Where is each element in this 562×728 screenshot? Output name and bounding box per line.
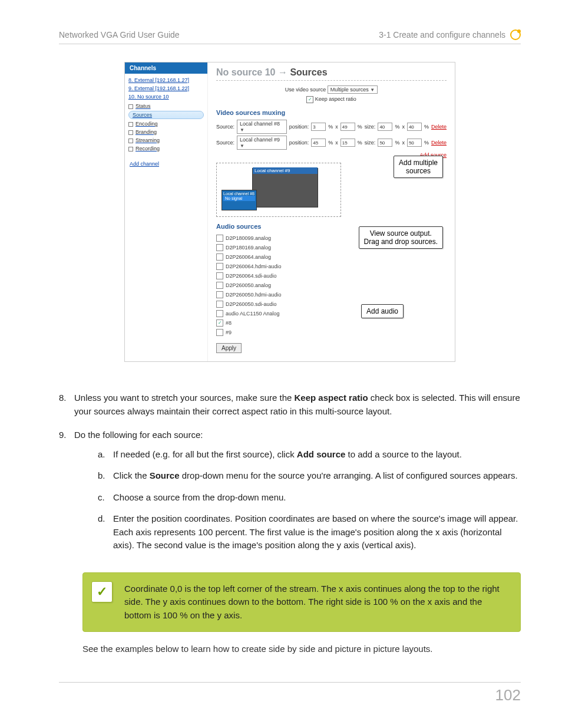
see-examples-text: See the examples below to learn how to c… xyxy=(82,644,521,654)
size-w-input[interactable]: 50 xyxy=(378,139,392,147)
callout-add-audio: Add audio xyxy=(361,304,404,318)
source-select[interactable]: Local channel #8 ▼ xyxy=(237,120,287,134)
sidebar-channel-item[interactable]: 8. External [192.168.1.27] xyxy=(128,76,204,84)
position-x-input[interactable]: 45 xyxy=(311,139,326,147)
position-y-input[interactable]: 15 xyxy=(340,139,355,147)
sidebar-channel-item[interactable]: 9. External [192.168.1.22] xyxy=(128,84,204,93)
header-right: 3-1 Create and configure channels xyxy=(379,30,505,39)
note-text: Coordinate 0,0 is the top left corner of… xyxy=(124,584,500,620)
source-row: Source: Local channel #9 ▼ position: 45%… xyxy=(216,136,447,150)
step-9d: d. Enter the position coordinates. Posit… xyxy=(98,512,521,552)
sidebar-header: Channels xyxy=(125,62,207,74)
size-h-input[interactable]: 40 xyxy=(407,123,422,131)
screenshot-main: No source 10 → Sources Use video source … xyxy=(208,62,455,361)
position-x-input[interactable]: 3 xyxy=(311,123,326,131)
step-9b: b. Click the Source drop-down menu for t… xyxy=(98,469,521,483)
audio-item[interactable]: D2P260064.hdmi-audio xyxy=(216,262,447,271)
audio-sources-list: D2P180099.analog D2P180169.analog D2P260… xyxy=(216,233,447,337)
muxing-header: Video sources muxing xyxy=(216,109,447,116)
step-9a: a. If needed (e.g. for all but the first… xyxy=(98,448,521,462)
audio-item[interactable]: audio ALC1150 Analog xyxy=(216,309,447,318)
sidebar-sub-streaming[interactable]: Streaming xyxy=(128,136,204,144)
audio-item[interactable]: D2P260064.analog xyxy=(216,252,447,262)
sidebar-sub-sources[interactable]: Sources xyxy=(128,111,204,119)
sidebar-sub-recording[interactable]: Recording xyxy=(128,144,204,153)
sidebar-channel-item[interactable]: 10. No source 10 xyxy=(128,93,204,101)
video-source-select[interactable]: Multiple sources ▼ xyxy=(328,85,378,94)
header-left: Networked VGA Grid User Guide xyxy=(59,30,180,39)
size-w-input[interactable]: 40 xyxy=(378,123,392,131)
audio-item[interactable]: ✓#8 xyxy=(216,318,447,328)
note-box: ✓ Coordinate 0,0 is the top left corner … xyxy=(82,572,521,633)
audio-item[interactable]: D2P260050.sdi-audio xyxy=(216,299,447,309)
page-header: Networked VGA Grid User Guide 3-1 Create… xyxy=(59,29,521,44)
delete-source-link[interactable]: Delete xyxy=(431,124,447,130)
size-h-input[interactable]: 50 xyxy=(407,139,422,147)
audio-item[interactable]: D2P260050.hdmi-audio xyxy=(216,290,447,299)
callout-view-output: View source output. Drag and drop source… xyxy=(359,226,443,249)
audio-item[interactable]: #9 xyxy=(216,328,447,337)
checkmark-icon: ✓ xyxy=(91,581,113,602)
screenshot-sidebar: Channels 8. External [192.168.1.27] 9. E… xyxy=(125,62,208,361)
audio-item[interactable]: D2P260064.sdi-audio xyxy=(216,271,447,281)
audio-item[interactable]: D2P260050.analog xyxy=(216,281,447,290)
keep-aspect-label: Keep aspect ratio xyxy=(315,96,356,102)
delete-source-link[interactable]: Delete xyxy=(431,140,447,146)
page-footer: 102 xyxy=(59,682,521,704)
preview-source-small[interactable]: Local channel #8 No signal xyxy=(222,190,257,210)
preview-source-large[interactable]: Local channel #9 xyxy=(252,168,318,207)
source-select[interactable]: Local channel #9 ▼ xyxy=(237,136,287,150)
use-video-source-label: Use video source xyxy=(285,87,326,93)
page-number: 102 xyxy=(495,686,521,704)
chevron-down-icon: ▼ xyxy=(370,87,375,93)
layout-preview[interactable]: Local channel #9 Local channel #8 No sig… xyxy=(216,163,341,217)
brand-logo-icon xyxy=(510,29,521,40)
keep-aspect-checkbox[interactable]: ✓ xyxy=(306,96,313,103)
page-title: No source 10 → Sources xyxy=(216,67,447,81)
step-9: 9. Do the following for each source: a. … xyxy=(59,429,521,561)
sidebar-sub-branding[interactable]: Branding xyxy=(128,128,204,136)
configuration-screenshot: Channels 8. External [192.168.1.27] 9. E… xyxy=(124,62,455,362)
position-y-input[interactable]: 49 xyxy=(340,123,355,131)
step-9c: c. Choose a source from the drop-down me… xyxy=(98,491,521,505)
step-8: 8. Unless you want to stretch your sourc… xyxy=(59,391,521,418)
sidebar-sub-encoding[interactable]: Encoding xyxy=(128,120,204,128)
instruction-list: 8. Unless you want to stretch your sourc… xyxy=(59,391,521,561)
sidebar-sub-status[interactable]: Status xyxy=(128,102,204,110)
add-channel-link[interactable]: Add channel xyxy=(125,159,207,169)
apply-button[interactable]: Apply xyxy=(216,343,242,353)
source-row: Source: Local channel #8 ▼ position: 3% … xyxy=(216,120,447,134)
callout-add-multiple: Add multiple sources xyxy=(394,156,443,178)
